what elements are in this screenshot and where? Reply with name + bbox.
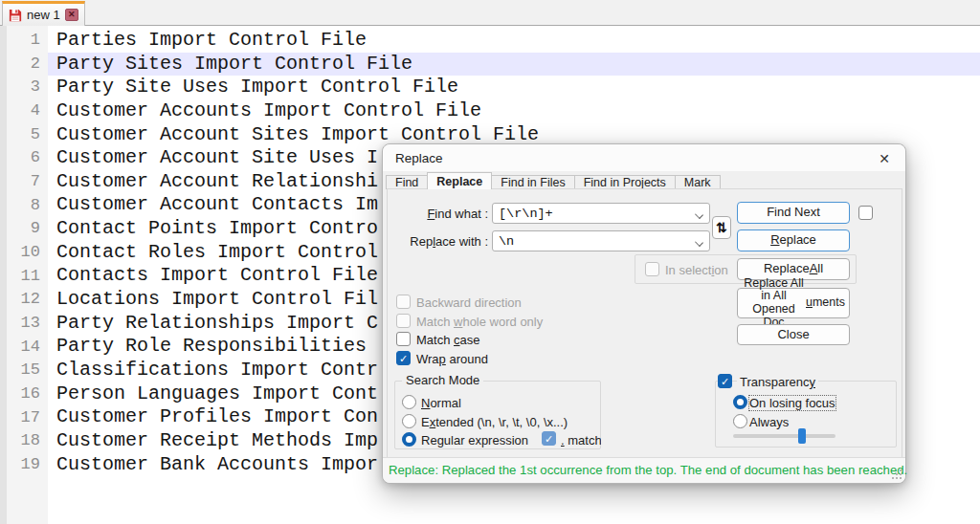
match-case-checkbox[interactable] bbox=[396, 332, 411, 346]
always-label[interactable]: Always bbox=[749, 415, 789, 429]
search-mode-normal-label[interactable]: Normal bbox=[421, 396, 461, 410]
tab-replace[interactable]: Replace bbox=[427, 172, 492, 189]
replace-with-label: Replace with : bbox=[392, 234, 488, 249]
close-button[interactable]: Close bbox=[737, 324, 850, 345]
always-radio[interactable] bbox=[733, 414, 747, 428]
dot-matches-newline-checkbox[interactable]: ✓ bbox=[542, 431, 556, 446]
transparency-checkbox[interactable]: ✓ bbox=[718, 374, 732, 388]
editor-gutter-numbers: 12345678910111213141516171819 bbox=[7, 26, 48, 476]
transparency-slider-thumb[interactable] bbox=[798, 428, 806, 444]
dialog-tab-strip: Find Replace Find in Files Find in Proje… bbox=[386, 172, 720, 189]
backward-direction-checkbox bbox=[396, 295, 411, 309]
find-next-button[interactable]: Find Next bbox=[737, 202, 850, 224]
tab-close-icon[interactable]: ✕ bbox=[65, 9, 78, 21]
in-selection-checkbox bbox=[645, 262, 659, 276]
line-number: 9 bbox=[7, 217, 40, 241]
dot-matches-newline-label[interactable]: . matches newline bbox=[561, 433, 601, 448]
line-number: 17 bbox=[7, 406, 40, 430]
tab-find-in-projects[interactable]: Find in Projects bbox=[574, 175, 676, 189]
line-number: 16 bbox=[7, 382, 40, 406]
line-number: 7 bbox=[7, 170, 40, 194]
line-number: 5 bbox=[7, 123, 40, 147]
line-number: 15 bbox=[7, 359, 40, 382]
replace-with-value[interactable]: \n bbox=[499, 234, 514, 249]
notepadpp-window: new 1 ✕ 12345678910111213141516171819 Pa… bbox=[0, 0, 980, 524]
backward-direction-label: Backward direction bbox=[416, 295, 522, 310]
match-whole-word-checkbox bbox=[396, 314, 411, 328]
transparency-label[interactable]: Transparency bbox=[737, 375, 818, 389]
tab-find[interactable]: Find bbox=[386, 175, 428, 189]
tab-mark[interactable]: Mark bbox=[675, 175, 721, 189]
editor-line[interactable]: Party Sites Import Control File bbox=[48, 53, 980, 76]
find-what-value[interactable]: [\r\n]+ bbox=[499, 207, 553, 221]
line-number: 6 bbox=[7, 146, 40, 170]
line-number: 10 bbox=[7, 241, 40, 265]
transparency-slider[interactable] bbox=[733, 434, 835, 438]
editor-line[interactable]: Party Site Uses Import Control File bbox=[48, 76, 980, 99]
find-what-combobox[interactable]: [\r\n]+ bbox=[492, 203, 710, 224]
search-mode-extended-label[interactable]: Extended (\n, \r, \t, \0, \x...) bbox=[421, 415, 568, 429]
tab-find-in-files[interactable]: Find in Files bbox=[491, 175, 574, 189]
replace-button[interactable]: Replace bbox=[737, 229, 850, 251]
unsaved-floppy-icon bbox=[9, 9, 22, 22]
replace-with-combobox[interactable]: \n bbox=[492, 230, 710, 251]
search-mode-extended-radio[interactable] bbox=[402, 414, 416, 428]
search-mode-normal-radio[interactable] bbox=[402, 395, 416, 409]
status-message: Replace: Replaced the 1st occurrence fro… bbox=[389, 463, 907, 477]
line-number: 18 bbox=[7, 429, 40, 453]
resize-grip[interactable] bbox=[900, 477, 902, 479]
replace-dialog: Replace ✕ Find Replace Find in Files Fin… bbox=[382, 143, 906, 484]
line-number-gutter: 12345678910111213141516171819 bbox=[0, 26, 48, 524]
find-next-side-checkbox[interactable] bbox=[858, 206, 873, 220]
find-what-label: Find what : bbox=[392, 207, 488, 221]
dialog-status-bar: Replace: Replaced the 1st occurrence fro… bbox=[383, 457, 905, 483]
document-tab-new1[interactable]: new 1 ✕ bbox=[2, 1, 85, 26]
editor-line[interactable]: Parties Import Control File bbox=[48, 29, 980, 53]
wrap-around-label[interactable]: Wrap around bbox=[416, 352, 488, 366]
document-tab-bar: new 1 ✕ bbox=[0, 0, 980, 26]
search-mode-regex-radio[interactable] bbox=[402, 432, 416, 447]
line-number: 11 bbox=[7, 265, 40, 289]
on-losing-focus-label[interactable]: On losing focus bbox=[749, 396, 835, 410]
match-whole-word-label: Match whole word only bbox=[416, 315, 543, 329]
wrap-around-checkbox[interactable]: ✓ bbox=[396, 351, 411, 365]
line-number: 12 bbox=[7, 288, 40, 312]
line-number: 14 bbox=[7, 336, 40, 360]
chevron-down-icon[interactable] bbox=[695, 238, 703, 247]
tab-title: new 1 bbox=[27, 8, 60, 22]
chevron-down-icon[interactable] bbox=[695, 210, 703, 219]
line-number: 3 bbox=[7, 76, 40, 99]
swap-fields-button[interactable]: ⇅ bbox=[712, 216, 731, 239]
on-losing-focus-radio[interactable] bbox=[733, 395, 747, 409]
editor-line[interactable]: Customer Accounts Import Control File bbox=[48, 99, 980, 123]
dialog-title: Replace bbox=[395, 151, 443, 165]
dialog-titlebar[interactable]: Replace ✕ bbox=[383, 144, 905, 171]
search-mode-group-label: Search Mode bbox=[402, 373, 483, 387]
line-number: 4 bbox=[7, 99, 40, 123]
replace-all-opened-button[interactable]: Replace All in All Opened Documents bbox=[737, 288, 850, 318]
dialog-close-icon[interactable]: ✕ bbox=[875, 149, 894, 168]
line-number: 2 bbox=[7, 53, 40, 76]
match-case-label[interactable]: Match case bbox=[416, 333, 479, 347]
line-number: 1 bbox=[7, 29, 40, 53]
search-mode-regex-label[interactable]: Regular expression bbox=[421, 433, 528, 448]
line-number: 19 bbox=[7, 453, 40, 477]
line-number: 13 bbox=[7, 312, 40, 336]
line-number: 8 bbox=[7, 194, 40, 218]
in-selection-label: In selection bbox=[665, 263, 728, 277]
